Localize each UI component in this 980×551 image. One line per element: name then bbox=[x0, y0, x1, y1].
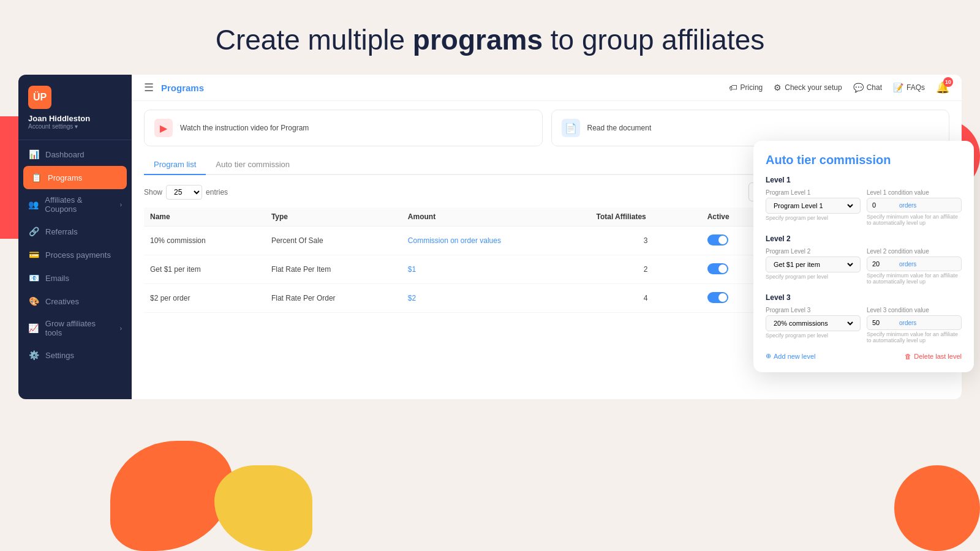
sidebar-item-label: Referrals bbox=[45, 227, 78, 236]
chat-button[interactable]: 💬 Chat bbox=[853, 83, 882, 92]
referrals-icon: 🔗 bbox=[28, 226, 39, 237]
sidebar-item-emails[interactable]: 📧 Emails bbox=[18, 266, 132, 290]
level-3-section: Level 3 Program Level 3 20% commissions … bbox=[766, 293, 962, 343]
level-1-program-input[interactable]: Program Level 1 bbox=[766, 198, 861, 214]
sidebar-item-label: Affiliates & Coupons bbox=[45, 195, 113, 214]
account-settings-link[interactable]: Account settings ▾ bbox=[28, 123, 122, 130]
active-toggle[interactable] bbox=[707, 234, 728, 246]
level-3-program-field: Program Level 3 20% commissions Specify … bbox=[766, 307, 861, 343]
entries-select[interactable]: 25 50 100 bbox=[166, 185, 202, 200]
level-2-program-input[interactable]: Get $1 per item bbox=[766, 257, 861, 272]
level-3-program-select[interactable]: 20% commissions bbox=[771, 319, 855, 328]
sidebar-item-referrals[interactable]: 🔗 Referrals bbox=[18, 220, 132, 243]
cell-amount[interactable]: $1 bbox=[402, 255, 590, 284]
level-2-header: Level 2 bbox=[766, 234, 962, 243]
sidebar-item-creatives[interactable]: 🎨 Creatives bbox=[18, 290, 132, 313]
faqs-icon: 📝 bbox=[893, 83, 903, 92]
sidebar-item-label: Grow affiliates tools bbox=[45, 319, 114, 337]
sidebar-item-grow-tools[interactable]: 📈 Grow affiliates tools › bbox=[18, 313, 132, 343]
topbar-right: 🏷 Pricing ⚙ Check your setup 💬 Chat 📝 FA… bbox=[729, 81, 949, 94]
level-1-header: Level 1 bbox=[766, 176, 962, 184]
tab-auto-tier[interactable]: Auto tier commission bbox=[206, 155, 300, 175]
video-card-text: Watch the instruction video for Program bbox=[180, 124, 309, 132]
notifications-button[interactable]: 🔔 10 bbox=[936, 81, 949, 94]
level-3-condition-value[interactable] bbox=[872, 319, 897, 326]
level-2-condition-value[interactable] bbox=[872, 260, 897, 268]
creatives-icon: 🎨 bbox=[28, 296, 39, 307]
bg-decoration-circle-red2 bbox=[894, 465, 980, 551]
level-3-condition-input[interactable]: orders bbox=[867, 315, 962, 330]
emails-icon: 📧 bbox=[28, 272, 39, 283]
level-3-header: Level 3 bbox=[766, 293, 962, 302]
doc-card-text: Read the document bbox=[587, 124, 652, 132]
level-1-orders-label: orders bbox=[899, 202, 916, 209]
logo-icon: ÜP bbox=[28, 86, 51, 109]
level-1-condition-value[interactable] bbox=[872, 201, 897, 209]
sidebar-item-affiliates[interactable]: 👥 Affiliates & Coupons › bbox=[18, 189, 132, 220]
check-setup-button[interactable]: ⚙ Check your setup bbox=[774, 83, 842, 92]
cell-amount[interactable]: $2 bbox=[402, 284, 590, 313]
active-toggle[interactable] bbox=[707, 292, 728, 303]
level-2-section: Level 2 Program Level 2 Get $1 per item … bbox=[766, 234, 962, 285]
level-2-condition-field: Level 2 condition value orders Specify m… bbox=[867, 248, 962, 285]
sidebar-item-programs[interactable]: 📋 Programs bbox=[23, 166, 127, 189]
level-1-condition-field: Level 1 condition value orders Specify m… bbox=[867, 189, 962, 226]
plus-icon: ⊕ bbox=[766, 352, 771, 360]
trash-icon: 🗑 bbox=[905, 353, 911, 360]
pricing-icon: 🏷 bbox=[729, 83, 737, 92]
faqs-button[interactable]: 📝 FAQs bbox=[893, 83, 925, 92]
level-3-condition-label: Level 3 condition value bbox=[867, 307, 962, 313]
affiliates-icon: 👥 bbox=[28, 199, 39, 210]
level-2-row: Program Level 2 Get $1 per item Specify … bbox=[766, 248, 962, 285]
level-2-program-select[interactable]: Get $1 per item bbox=[771, 260, 855, 269]
level-3-orders-label: orders bbox=[899, 320, 916, 326]
cell-amount[interactable]: Commission on order values bbox=[402, 227, 590, 255]
video-card[interactable]: ▶ Watch the instruction video for Progra… bbox=[144, 110, 543, 146]
notification-count: 10 bbox=[943, 77, 953, 87]
level-2-condition-input[interactable]: orders bbox=[867, 257, 962, 271]
level-2-condition-hint: Specify minimum value for an affiliate t… bbox=[867, 272, 962, 285]
level-1-program-select[interactable]: Program Level 1 bbox=[771, 201, 855, 210]
level-3-program-label: Program Level 3 bbox=[766, 307, 861, 313]
level-1-section: Level 1 Program Level 1 Program Level 1 … bbox=[766, 176, 962, 226]
level-2-condition-label: Level 2 condition value bbox=[867, 248, 962, 255]
sidebar-item-label: Creatives bbox=[45, 297, 79, 306]
level-3-program-hint: Specify program per level bbox=[766, 332, 861, 339]
level-2-program-label: Program Level 2 bbox=[766, 248, 861, 255]
sidebar-item-process-payments[interactable]: 💳 Process payments bbox=[18, 243, 132, 266]
payments-icon: 💳 bbox=[28, 249, 39, 260]
show-entries: Show 25 50 100 entries bbox=[144, 185, 228, 200]
level-3-program-input[interactable]: 20% commissions bbox=[766, 315, 861, 331]
hamburger-menu[interactable]: ☰ bbox=[144, 81, 154, 94]
cell-type: Flat Rate Per Order bbox=[265, 284, 402, 313]
chevron-down-icon: › bbox=[120, 325, 122, 332]
level-1-program-field: Program Level 1 Program Level 1 Specify … bbox=[766, 189, 861, 226]
level-3-condition-hint: Specify minimum value for an affiliate t… bbox=[867, 331, 962, 343]
chevron-down-icon: › bbox=[120, 201, 122, 208]
sidebar-logo-area: ÜP bbox=[18, 75, 132, 114]
page-title: Programs bbox=[161, 83, 204, 93]
user-name: Joan Hiddleston bbox=[28, 114, 122, 123]
settings-icon: ⚙️ bbox=[28, 350, 39, 361]
sidebar-item-dashboard[interactable]: 📊 Dashboard bbox=[18, 143, 132, 166]
col-header-name: Name bbox=[144, 208, 265, 227]
dashboard-icon: 📊 bbox=[28, 149, 39, 160]
level-3-row: Program Level 3 20% commissions Specify … bbox=[766, 307, 962, 343]
cell-type: Flat Rate Per Item bbox=[265, 255, 402, 284]
doc-icon: 📄 bbox=[562, 119, 580, 137]
cell-name: 10% commission bbox=[144, 227, 265, 255]
active-toggle[interactable] bbox=[707, 263, 728, 274]
cell-type: Percent Of Sale bbox=[265, 227, 402, 255]
add-level-button[interactable]: ⊕ Add new level bbox=[766, 352, 816, 360]
pricing-button[interactable]: 🏷 Pricing bbox=[729, 83, 763, 92]
delete-level-button[interactable]: 🗑 Delete last level bbox=[905, 352, 962, 360]
topbar: ☰ Programs 🏷 Pricing ⚙ Check your setup … bbox=[132, 75, 962, 101]
sidebar: ÜP Joan Hiddleston Account settings ▾ 📊 … bbox=[18, 75, 132, 399]
level-1-condition-input[interactable]: orders bbox=[867, 198, 962, 212]
tab-program-list[interactable]: Program list bbox=[144, 155, 206, 175]
level-2-program-hint: Specify program per level bbox=[766, 274, 861, 280]
topbar-left: ☰ Programs bbox=[144, 81, 204, 94]
tier-footer: ⊕ Add new level 🗑 Delete last level bbox=[766, 352, 962, 360]
sidebar-item-settings[interactable]: ⚙️ Settings bbox=[18, 343, 132, 367]
sidebar-item-label: Programs bbox=[48, 173, 82, 182]
